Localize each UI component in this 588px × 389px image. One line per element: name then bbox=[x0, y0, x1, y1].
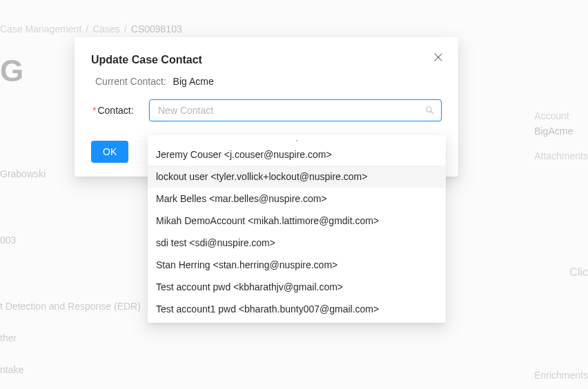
contact-dropdown[interactable]: • Jeremy Couser <j.couser@nuspire.com>lo… bbox=[148, 135, 446, 323]
contact-search-input[interactable] bbox=[149, 99, 442, 121]
contact-option[interactable]: Stan Herring <stan.herring@nuspire.com> bbox=[148, 254, 446, 276]
contact-option[interactable]: Jeremy Couser <j.couser@nuspire.com> bbox=[148, 143, 446, 166]
current-contact-line: Current Contact: Big Acme bbox=[91, 76, 442, 87]
required-asterisk: * bbox=[92, 105, 96, 116]
contact-option[interactable]: sdi test <sdi@nuspire.com> bbox=[148, 232, 446, 254]
current-contact-label: Current Contact: bbox=[95, 76, 166, 87]
modal-title: Update Case Contact bbox=[91, 54, 442, 66]
contact-field-label: *Contact: bbox=[91, 105, 149, 116]
contact-option[interactable]: Test account1 pwd <bharath.bunty007@gmai… bbox=[148, 298, 446, 320]
ok-button[interactable]: OK bbox=[91, 141, 128, 163]
close-button[interactable] bbox=[432, 51, 446, 65]
contact-select[interactable] bbox=[149, 99, 442, 121]
contact-option[interactable]: lockout user <tyler.vollick+lockout@nusp… bbox=[148, 166, 446, 188]
contact-option[interactable]: Mikah DemoAccount <mikah.lattimore@gmdit… bbox=[148, 210, 446, 232]
contact-option[interactable]: Mark Belles <mar.belles@nuspire.com> bbox=[148, 188, 446, 210]
scroll-indicator-icon: • bbox=[148, 138, 446, 143]
contact-option[interactable]: Test account pwd <kbharathjv@gmail.com> bbox=[148, 276, 446, 298]
contact-field-row: *Contact: bbox=[91, 99, 442, 121]
close-icon bbox=[432, 51, 444, 63]
current-contact-value: Big Acme bbox=[173, 76, 214, 87]
